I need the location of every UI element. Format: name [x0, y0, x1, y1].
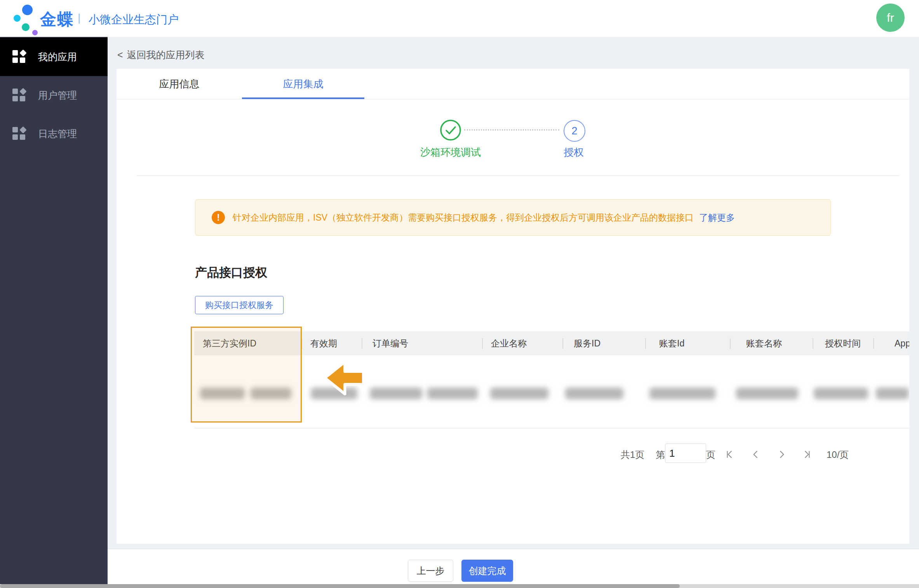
main-card: 应用信息 应用集成 2 沙箱环境调试 授权 ! 针对企业内部应用，ISV（独立软… [117, 69, 909, 544]
column-divider [873, 338, 874, 349]
section-title: 产品接口授权 [195, 264, 267, 281]
scrollbar-thumb[interactable] [0, 584, 680, 588]
bottom-action-bar: 上一步 创建完成 [108, 549, 919, 585]
col-header-appkey: AppKey [895, 331, 909, 355]
step1-done-check-icon [440, 119, 461, 141]
redacted-cell-value [814, 388, 868, 399]
app-root: 金蝶 | 小微企业生态门户 fr 我的应用 用户管理 日志管理 [0, 0, 919, 588]
col-header-company: 企业名称 [491, 331, 527, 355]
last-page-icon[interactable] [802, 449, 812, 459]
column-divider [562, 338, 563, 349]
logo-dot-blue [22, 5, 33, 15]
next-page-icon[interactable] [777, 449, 787, 459]
tab-app-info[interactable]: 应用信息 [117, 69, 242, 99]
portal-title: 小微企业生态门户 [89, 12, 179, 28]
brand-separator: | [78, 12, 80, 24]
tab-label: 应用信息 [159, 77, 200, 91]
top-header: 金蝶 | 小微企业生态门户 fr [0, 0, 919, 37]
warning-banner: ! 针对企业内部应用，ISV（独立软件开发商）需要购买接口授权服务，得到企业授权… [195, 199, 831, 236]
pagination-prefix: 第 [656, 449, 665, 461]
first-page-icon[interactable] [724, 449, 735, 459]
redacted-cell-value [370, 388, 422, 399]
col-header-order-no: 订单编号 [372, 331, 408, 355]
warning-text: 针对企业内部应用，ISV（独立软件开发商）需要购买接口授权服务，得到企业授权后方… [233, 212, 694, 224]
redacted-cell-value [490, 388, 548, 399]
col-header-auth-time: 授权时间 [825, 331, 861, 355]
logo-dot-cyan [14, 15, 21, 22]
step2-number: 2 [571, 125, 577, 137]
pagination-total: 共1页 [621, 449, 644, 461]
col-header-account-id: 账套Id [659, 331, 684, 355]
step2-label: 授权 [547, 146, 601, 159]
learn-more-link[interactable]: 了解更多 [699, 212, 735, 224]
column-divider [813, 338, 813, 349]
column-divider [362, 338, 362, 349]
user-avatar[interactable]: fr [876, 3, 905, 32]
active-tab-underline [242, 97, 364, 99]
pagination-suffix: 页 [706, 449, 715, 461]
sidebar: 我的应用 用户管理 日志管理 [0, 37, 108, 588]
tab-label: 应用集成 [283, 77, 324, 91]
redacted-cell-value [427, 388, 478, 399]
tab-app-integration[interactable]: 应用集成 [242, 69, 364, 99]
logo-dot-teal [22, 23, 30, 31]
logo-dot-purple [32, 30, 38, 35]
previous-step-button[interactable]: 上一步 [408, 560, 453, 582]
apps-grid-icon [12, 127, 26, 141]
col-header-validity: 有效期 [310, 331, 337, 355]
page-size-selector[interactable]: 10/页 [827, 449, 849, 461]
sidebar-item-label: 我的应用 [38, 50, 77, 63]
sidebar-item-my-apps[interactable]: 我的应用 [0, 38, 108, 76]
sidebar-item-label: 日志管理 [38, 127, 77, 140]
back-chevron-icon: < [117, 49, 123, 60]
step1-label: 沙箱环境调试 [412, 146, 489, 159]
breadcrumb-label: 返回我的应用列表 [127, 49, 205, 60]
page-number-input[interactable] [665, 444, 706, 463]
sidebar-item-user-management[interactable]: 用户管理 [0, 76, 108, 115]
column-divider [482, 338, 483, 349]
redacted-cell-value [649, 388, 715, 399]
sidebar-item-log-management[interactable]: 日志管理 [0, 115, 108, 153]
stepper-connector [464, 129, 559, 130]
redacted-cell-value [565, 388, 623, 399]
apps-grid-icon [12, 89, 26, 103]
buy-authorization-button[interactable]: 购买接口授权服务 [195, 296, 284, 314]
col-header-service-id: 服务ID [574, 331, 600, 355]
annotation-left-arrow-icon [321, 360, 367, 397]
sidebar-item-label: 用户管理 [38, 89, 77, 102]
redacted-cell-value [736, 388, 798, 399]
brand-name: 金蝶 [40, 9, 74, 30]
row-bottom-border [194, 428, 909, 428]
horizontal-scrollbar[interactable] [0, 584, 919, 588]
step2-number-circle: 2 [564, 120, 585, 142]
section-divider [136, 176, 899, 176]
col-header-account-name: 账套名称 [746, 331, 782, 355]
column-divider [730, 338, 731, 349]
warning-icon: ! [212, 211, 225, 224]
prev-page-icon[interactable] [750, 449, 761, 459]
tab-bar: 应用信息 应用集成 [117, 69, 909, 99]
back-to-app-list-link[interactable]: <返回我的应用列表 [117, 49, 205, 61]
redacted-cell-value [876, 388, 909, 399]
create-complete-button[interactable]: 创建完成 [461, 560, 513, 582]
apps-grid-icon [12, 50, 26, 64]
column-divider [645, 338, 646, 349]
highlight-box-first-column [191, 327, 302, 423]
